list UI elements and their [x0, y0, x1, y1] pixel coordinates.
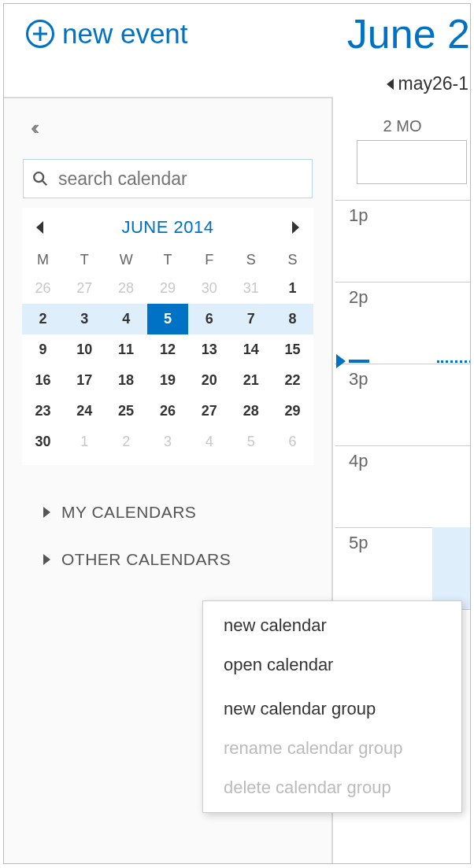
- mini-calendar-day[interactable]: 28: [230, 396, 272, 427]
- my-calendars-label: MY CALENDARS: [61, 503, 196, 522]
- mini-calendar-day[interactable]: 30: [188, 273, 230, 304]
- context-menu: new calendar open calendar new calendar …: [202, 600, 462, 813]
- time-slot[interactable]: 1p: [335, 200, 470, 282]
- mini-calendar-day[interactable]: 29: [147, 273, 189, 304]
- appointment-block[interactable]: [432, 527, 470, 609]
- chevron-right-icon: [43, 554, 50, 565]
- mini-calendar-day[interactable]: 20: [188, 365, 230, 396]
- svg-line-1: [43, 181, 47, 186]
- mini-calendar-day[interactable]: 2: [106, 427, 147, 457]
- mini-calendar-day[interactable]: 7: [230, 304, 272, 334]
- mini-calendar-day[interactable]: 10: [64, 334, 106, 365]
- menu-rename-calendar-group: rename calendar group: [203, 729, 461, 768]
- mini-calendar-day[interactable]: 1: [272, 273, 313, 304]
- menu-new-calendar-group[interactable]: new calendar group: [203, 689, 461, 729]
- mini-calendar-day[interactable]: 16: [22, 365, 64, 396]
- mini-calendar-day[interactable]: 26: [22, 273, 64, 304]
- search-input[interactable]: [58, 168, 304, 190]
- mini-calendar-dow: F: [188, 247, 230, 273]
- new-event-button[interactable]: new event: [26, 18, 188, 50]
- current-time-indicator: [336, 354, 471, 368]
- day-column-header: 2 MO: [335, 98, 470, 140]
- mini-calendar-day[interactable]: 13: [188, 334, 230, 365]
- mini-calendar-day[interactable]: 6: [272, 427, 313, 457]
- chevron-right-icon: [43, 507, 50, 518]
- date-range-nav[interactable]: may26-1: [387, 73, 468, 94]
- my-calendars-group[interactable]: MY CALENDARS: [4, 489, 331, 536]
- new-event-label: new event: [62, 18, 188, 50]
- mini-calendar-day[interactable]: 8: [272, 304, 313, 334]
- mini-calendar-dow: M: [22, 247, 64, 273]
- mini-calendar-day[interactable]: 30: [22, 427, 64, 457]
- page-title: June 2: [347, 10, 470, 57]
- mini-calendar-day[interactable]: 11: [106, 334, 147, 365]
- mini-calendar-day[interactable]: 21: [230, 365, 272, 396]
- mini-calendar-day[interactable]: 31: [230, 273, 272, 304]
- mini-calendar-day[interactable]: 29: [272, 396, 313, 427]
- other-calendars-label: OTHER CALENDARS: [61, 550, 231, 569]
- mini-calendar-day[interactable]: 18: [106, 365, 147, 396]
- mini-calendar-dow: T: [147, 247, 189, 273]
- date-range-label: may26-1: [398, 73, 468, 94]
- mini-calendar-title: JUNE 2014: [121, 217, 213, 238]
- prev-month-button[interactable]: [36, 221, 43, 234]
- menu-open-calendar[interactable]: open calendar: [203, 645, 461, 685]
- mini-calendar-day[interactable]: 19: [147, 365, 189, 396]
- other-calendars-group[interactable]: OTHER CALENDARS: [4, 536, 331, 583]
- mini-calendar-day[interactable]: 5: [147, 304, 189, 334]
- mini-calendar: JUNE 2014 MTWTFSS 2627282930311234567891…: [22, 208, 313, 465]
- menu-delete-calendar-group: delete calendar group: [203, 768, 461, 807]
- mini-calendar-day[interactable]: 17: [64, 365, 106, 396]
- collapse-sidebar-button[interactable]: ‹‹: [4, 98, 331, 145]
- mini-calendar-day[interactable]: 23: [22, 396, 64, 427]
- mini-calendar-day[interactable]: 28: [106, 273, 147, 304]
- mini-calendar-dow: T: [64, 247, 106, 273]
- mini-calendar-day[interactable]: 6: [188, 304, 230, 334]
- mini-calendar-day[interactable]: 5: [230, 427, 272, 457]
- mini-calendar-day[interactable]: 15: [272, 334, 313, 365]
- mini-calendar-day[interactable]: 26: [147, 396, 189, 427]
- mini-calendar-day[interactable]: 1: [64, 427, 106, 457]
- mini-calendar-day[interactable]: 9: [22, 334, 64, 365]
- time-slot[interactable]: 4p: [335, 445, 470, 527]
- mini-calendar-day[interactable]: 4: [106, 304, 147, 334]
- plus-icon: [26, 20, 54, 48]
- search-calendar[interactable]: [23, 159, 313, 198]
- search-icon: [31, 170, 49, 187]
- menu-new-calendar[interactable]: new calendar: [203, 606, 461, 645]
- time-caret-icon: [336, 354, 346, 368]
- mini-calendar-day[interactable]: 22: [272, 365, 313, 396]
- time-line-dashed: [437, 360, 471, 363]
- mini-calendar-day[interactable]: 24: [64, 396, 106, 427]
- time-line: [349, 360, 369, 363]
- mini-calendar-dow: S: [230, 247, 272, 273]
- mini-calendar-dow: S: [272, 247, 313, 273]
- next-month-button[interactable]: [292, 221, 299, 234]
- time-slot[interactable]: 2p: [335, 282, 470, 364]
- mini-calendar-dow: W: [106, 247, 147, 273]
- mini-calendar-day[interactable]: 12: [147, 334, 189, 365]
- svg-point-0: [34, 172, 43, 182]
- mini-calendar-day[interactable]: 27: [64, 273, 106, 304]
- chevron-left-icon: [387, 79, 394, 90]
- mini-calendar-day[interactable]: 3: [147, 427, 189, 457]
- mini-calendar-day[interactable]: 25: [106, 396, 147, 427]
- time-slot[interactable]: 3p: [335, 364, 470, 445]
- all-day-cell[interactable]: [357, 140, 467, 184]
- mini-calendar-day[interactable]: 14: [230, 334, 272, 365]
- mini-calendar-day[interactable]: 2: [22, 304, 64, 334]
- mini-calendar-day[interactable]: 27: [188, 396, 230, 427]
- mini-calendar-day[interactable]: 3: [64, 304, 106, 334]
- mini-calendar-day[interactable]: 4: [188, 427, 230, 457]
